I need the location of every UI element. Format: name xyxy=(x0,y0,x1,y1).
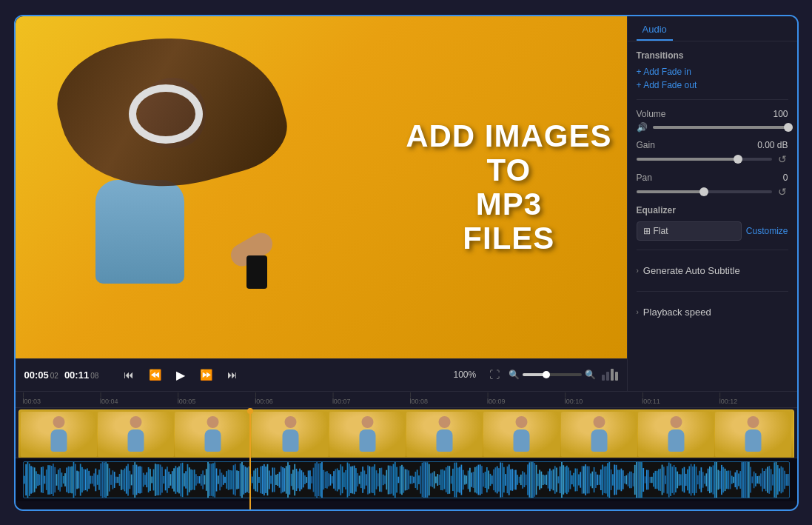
svg-rect-304 xyxy=(540,471,542,488)
svg-rect-71 xyxy=(144,475,146,485)
svg-rect-423 xyxy=(742,462,744,498)
equalizer-preset-button[interactable]: ⊞ Flat xyxy=(637,221,742,241)
svg-rect-376 xyxy=(662,467,664,492)
svg-rect-152 xyxy=(282,467,283,492)
svg-rect-323 xyxy=(573,472,574,486)
svg-rect-252 xyxy=(452,468,454,490)
rewind-button[interactable]: ⏪ xyxy=(144,366,166,384)
svg-rect-140 xyxy=(261,466,263,494)
pan-reset-button[interactable]: ↺ xyxy=(776,186,788,198)
svg-rect-184 xyxy=(336,468,338,491)
tab-audio[interactable]: Audio xyxy=(637,16,673,41)
skip-forward-button[interactable]: ⏭ xyxy=(223,366,242,384)
svg-rect-285 xyxy=(508,464,509,495)
svg-rect-54 xyxy=(115,476,117,483)
eq-row: ⊞ Flat Customize xyxy=(637,221,788,241)
zoom-slider[interactable] xyxy=(523,373,582,376)
svg-rect-175 xyxy=(321,462,323,498)
vol-bar-4 xyxy=(615,372,618,381)
svg-rect-8 xyxy=(37,473,38,485)
pan-slider[interactable] xyxy=(637,190,772,193)
svg-rect-170 xyxy=(312,467,314,492)
clip-thumb-8 xyxy=(561,412,637,457)
svg-rect-358 xyxy=(632,473,634,486)
svg-rect-310 xyxy=(551,470,552,489)
svg-rect-195 xyxy=(355,468,357,492)
playback-chevron-icon: › xyxy=(637,308,639,316)
svg-rect-209 xyxy=(379,468,380,492)
svg-rect-100 xyxy=(193,469,195,490)
video-clip[interactable] xyxy=(19,409,794,458)
svg-rect-390 xyxy=(687,469,688,490)
add-fade-in-link[interactable]: + Add Fade in xyxy=(637,67,788,77)
volume-slider[interactable] xyxy=(653,126,788,129)
svg-rect-73 xyxy=(147,467,149,492)
ruler-marks: l00:03 l00:04 l00:05 l00:06 l00:07 l00:0… xyxy=(23,392,797,405)
svg-rect-28 xyxy=(71,466,73,493)
svg-rect-122 xyxy=(231,470,232,489)
pan-thumb xyxy=(699,187,708,196)
svg-rect-39 xyxy=(90,475,91,484)
audio-track xyxy=(16,458,797,501)
clip-thumb-2 xyxy=(98,412,174,457)
svg-rect-149 xyxy=(277,473,278,485)
svg-rect-427 xyxy=(750,467,751,492)
gain-reset-button[interactable]: ↺ xyxy=(776,153,788,165)
svg-rect-272 xyxy=(486,467,487,492)
svg-rect-255 xyxy=(457,467,458,492)
svg-rect-41 xyxy=(93,473,95,486)
playback-speed-row[interactable]: › Playback speed xyxy=(637,301,788,324)
skip-back-button[interactable]: ⏮ xyxy=(119,366,138,384)
svg-rect-150 xyxy=(278,472,280,487)
svg-rect-218 xyxy=(394,462,395,498)
svg-rect-174 xyxy=(319,463,321,496)
total-time: 00:11 xyxy=(64,369,89,381)
fast-forward-button[interactable]: ⏩ xyxy=(195,366,217,384)
svg-rect-139 xyxy=(260,466,261,492)
svg-rect-231 xyxy=(416,469,417,489)
svg-rect-92 xyxy=(180,463,181,496)
svg-rect-191 xyxy=(348,464,349,496)
svg-rect-94 xyxy=(183,473,184,486)
svg-rect-415 xyxy=(729,470,731,489)
svg-rect-48 xyxy=(105,462,107,498)
customize-link[interactable]: Customize xyxy=(746,226,788,236)
svg-rect-235 xyxy=(423,462,424,498)
svg-rect-40 xyxy=(91,475,93,484)
svg-rect-50 xyxy=(108,468,110,491)
subtitle-chevron-icon: › xyxy=(637,267,639,275)
svg-rect-419 xyxy=(736,470,737,489)
svg-rect-47 xyxy=(103,462,104,497)
svg-rect-88 xyxy=(173,468,175,491)
svg-rect-236 xyxy=(425,462,426,498)
playhead[interactable] xyxy=(249,408,251,509)
generate-subtitle-row[interactable]: › Generate Auto Subtitle xyxy=(637,259,788,282)
svg-rect-126 xyxy=(238,470,239,488)
right-panel: Audio Transitions + Add Fade in + Add Fa… xyxy=(627,16,797,391)
ruler-mark-5: l00:07 xyxy=(332,392,410,405)
svg-rect-265 xyxy=(474,467,475,492)
volume-value: 100 xyxy=(773,109,788,119)
timeline-ruler: l00:03 l00:04 l00:05 l00:06 l00:07 l00:0… xyxy=(16,392,797,408)
svg-rect-110 xyxy=(210,464,212,496)
audio-waveform xyxy=(23,461,790,498)
svg-rect-183 xyxy=(335,469,336,490)
divider-2 xyxy=(637,250,788,250)
zoom-out-icon: 🔍 xyxy=(509,369,520,380)
fullscreen-button[interactable]: ⛶ xyxy=(486,367,503,382)
svg-rect-115 xyxy=(219,469,221,490)
svg-rect-146 xyxy=(272,467,273,492)
svg-rect-391 xyxy=(688,466,690,493)
svg-rect-293 xyxy=(522,471,523,489)
play-button[interactable]: ▶ xyxy=(172,365,189,385)
svg-rect-302 xyxy=(537,473,538,486)
svg-rect-319 xyxy=(566,465,567,493)
add-fade-out-link[interactable]: + Add Fade out xyxy=(637,80,788,90)
svg-rect-251 xyxy=(450,475,452,484)
svg-rect-382 xyxy=(673,464,674,494)
svg-rect-198 xyxy=(360,471,361,487)
svg-rect-257 xyxy=(460,464,462,495)
gain-slider[interactable] xyxy=(637,158,772,161)
svg-rect-341 xyxy=(603,467,605,493)
svg-rect-176 xyxy=(323,469,324,489)
